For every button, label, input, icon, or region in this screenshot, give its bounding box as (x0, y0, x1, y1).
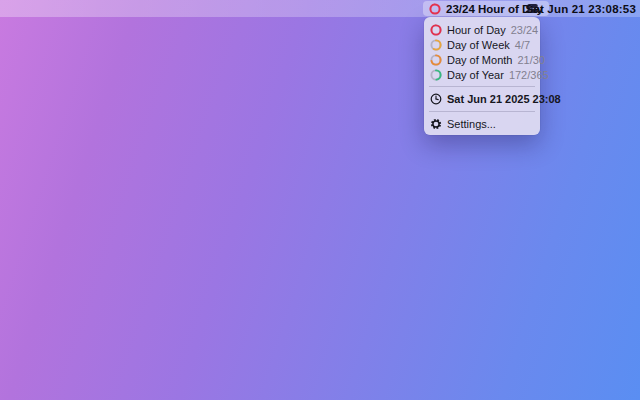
menu-item-day-of-week[interactable]: Day of Week 4/7 (424, 37, 540, 52)
menu-item-day-of-month[interactable]: Day of Month 21/30 (424, 52, 540, 67)
clock-icon (430, 93, 442, 105)
menu-item-label: Hour of Day (447, 24, 506, 36)
menu-separator (429, 111, 535, 112)
menu-item-settings[interactable]: Settings... (424, 116, 540, 131)
menu-item-date[interactable]: Sat Jun 21 2025 23:08 (424, 91, 540, 107)
menu-item-value: 23/24 (511, 24, 539, 36)
menu-item-value: 172/365 (509, 69, 549, 81)
gear-icon (430, 118, 442, 130)
menu-item-label: Day of Week (447, 39, 510, 51)
menu-item-value: 21/30 (517, 54, 545, 66)
menu-item-day-of-year[interactable]: Day of Year 172/365 (424, 67, 540, 82)
menu-item-label: Day of Month (447, 54, 512, 66)
progress-ring-icon (429, 3, 441, 15)
menubar-clock[interactable]: Sat Jun 21 23:08:53 (525, 1, 636, 16)
menu-item-hour-of-day[interactable]: Hour of Day 23/24 (424, 22, 540, 37)
menu-item-value: 4/7 (515, 39, 530, 51)
menu-item-settings-label: Settings... (447, 118, 496, 130)
hour-progress-ring-icon (430, 24, 442, 36)
year-progress-ring-icon (430, 69, 442, 81)
menu-separator (429, 86, 535, 87)
menubar-clock-label: Sat Jun 21 23:08:53 (525, 3, 636, 15)
progress-clock-menu: Hour of Day 23/24 Day of Week 4/7 Day of… (424, 17, 540, 135)
menu-item-date-label: Sat Jun 21 2025 23:08 (447, 93, 561, 105)
menu-bar: 23/24 Hour of Day Sat Jun 21 23:08:53 (0, 0, 640, 17)
month-progress-ring-icon (430, 54, 442, 66)
week-progress-ring-icon (430, 39, 442, 51)
menu-item-label: Day of Year (447, 69, 504, 81)
